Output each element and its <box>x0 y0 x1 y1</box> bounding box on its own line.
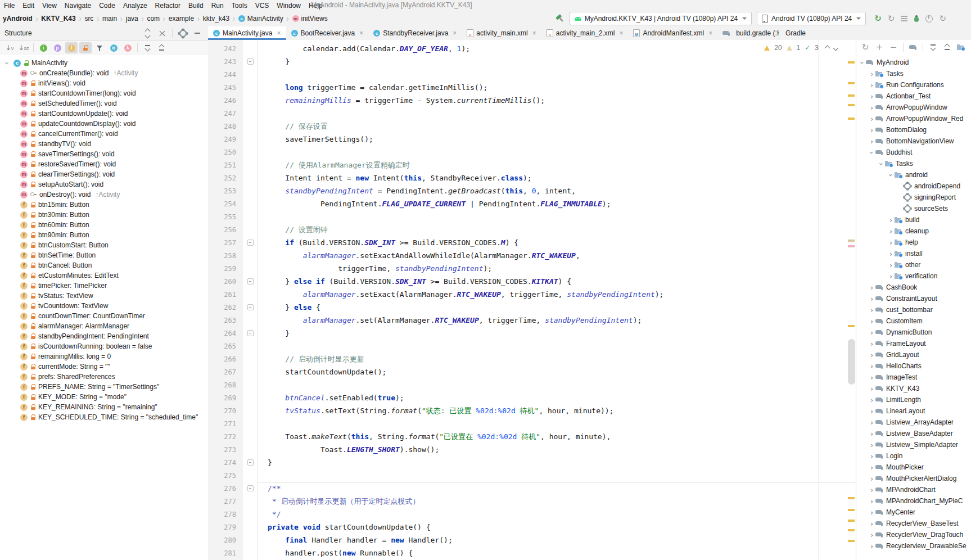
autoscroll-from-source-icon[interactable] <box>155 42 168 53</box>
chevron-collapsed-icon[interactable]: › <box>868 430 875 438</box>
menu-tools[interactable]: Tools <box>228 2 251 10</box>
tab-standbyreceiver-java[interactable]: cStandbyReceiver.java× <box>368 26 462 40</box>
error-stripe-scrollbar[interactable] <box>847 40 856 560</box>
next-problem-icon[interactable] <box>833 45 839 51</box>
gradle-item[interactable]: ›Recyclerview_DrawableSe <box>856 540 971 552</box>
structure-item[interactable]: fbtn90min: Button <box>0 230 208 240</box>
gradle-item[interactable]: ›ArrowPopupWindow <box>856 102 971 113</box>
structure-item[interactable]: fremainingMillis: long = 0 <box>0 351 208 362</box>
code-content[interactable]: // 保存设置 <box>258 120 328 133</box>
code-content[interactable]: } else { <box>258 301 320 314</box>
menu-refactor[interactable]: Refactor <box>151 2 184 10</box>
prev-problem-icon[interactable] <box>825 45 830 51</box>
structure-item[interactable]: fprefs: SharedPreferences <box>0 372 208 382</box>
show-lambdas-icon[interactable]: λ <box>121 42 134 53</box>
gradle-item[interactable]: androidDepend <box>856 180 971 192</box>
gradle-item[interactable]: ›android <box>856 169 971 180</box>
code-content[interactable]: } <box>258 456 272 469</box>
chevron-collapsed-icon[interactable]: › <box>868 115 875 123</box>
gradle-item[interactable]: ›BottomNavigationView <box>856 136 971 147</box>
chevron-collapsed-icon[interactable]: › <box>868 508 875 517</box>
breadcrumb-item-kktv_k43[interactable]: KKTV_K43 <box>40 15 76 22</box>
code-content[interactable]: Intent intent = new Intent(this, Standby… <box>258 171 532 184</box>
gradle-item[interactable]: ›Tasks <box>856 68 971 79</box>
sort-alphabetically-icon[interactable]: ↓az <box>17 42 30 53</box>
breadcrumb-item-main[interactable]: main <box>101 15 118 22</box>
show-non-public-icon[interactable] <box>79 42 92 53</box>
chevron-collapsed-icon[interactable]: › <box>868 70 875 78</box>
gradle-item[interactable]: ›BottomDialog <box>856 124 971 136</box>
gradle-elephant-icon[interactable] <box>907 42 919 53</box>
code-content[interactable]: triggerTime, standbyPendingIntent); <box>258 262 492 275</box>
tab-activity-main-2-xml[interactable]: activity_main_2.xml× <box>541 26 629 40</box>
gradle-item[interactable]: ›ConstraintLayout <box>856 293 971 304</box>
menu-build[interactable]: Build <box>184 2 207 10</box>
gradle-item[interactable]: ›Actionbar_Test <box>856 91 971 102</box>
close-tab-icon[interactable]: × <box>277 29 281 37</box>
tab-build-gradle-kktv-[interactable]: build.gradle (:KKTV_∨ <box>717 26 779 40</box>
collapse-all-icon[interactable] <box>941 42 953 53</box>
fold-marker-icon[interactable] <box>247 278 254 284</box>
gradle-item[interactable]: ›verification <box>856 270 971 282</box>
tab-androidmanifest-xml[interactable]: AndroidManifest.xml× <box>628 26 717 40</box>
collapse-all-icon[interactable] <box>156 28 168 39</box>
gradle-item[interactable]: ›MPAndroidChart <box>856 484 971 495</box>
gradle-item[interactable]: ›Listview_BaseAdapter <box>856 428 971 439</box>
gradle-item[interactable]: ›help <box>856 237 971 248</box>
chevron-expanded-icon[interactable]: › <box>858 59 866 66</box>
structure-item[interactable]: fPREFS_NAME: String = "TimerSettings" <box>0 382 208 392</box>
fold-marker-icon[interactable] <box>247 240 254 246</box>
gradle-item[interactable]: ›LinearLayout <box>856 405 971 417</box>
rerun-dropdown-icon[interactable]: ↻ <box>939 13 947 24</box>
gradle-item[interactable]: ›MyCenter <box>856 507 971 518</box>
breadcrumb-item-com[interactable]: com <box>146 15 161 22</box>
structure-item[interactable]: fisCountdownRunning: boolean = false <box>0 341 208 351</box>
code-content[interactable]: calendar.add(Calendar.DAY_OF_YEAR, 1); <box>258 42 470 55</box>
gradle-item[interactable]: ›cust_bottombar <box>856 304 971 315</box>
chevron-collapsed-icon[interactable]: › <box>868 362 875 371</box>
build-hammer-icon[interactable] <box>553 12 566 25</box>
close-tab-icon[interactable]: × <box>708 29 712 37</box>
code-content[interactable]: /** <box>258 482 281 495</box>
structure-item[interactable]: mstartCountdownUpdate(): void <box>0 109 208 119</box>
menu-analyze[interactable]: Analyze <box>119 2 151 10</box>
gradle-item[interactable]: ›Listview_ArrayAdapter <box>856 417 971 428</box>
close-tab-icon[interactable]: × <box>619 29 623 37</box>
chevron-collapsed-icon[interactable]: › <box>887 261 895 269</box>
structure-item[interactable]: fbtn30min: Button <box>0 210 208 220</box>
chevron-collapsed-icon[interactable]: › <box>887 250 895 258</box>
breadcrumb-item-mainactivity[interactable]: cMainActivity <box>237 15 284 22</box>
gradle-item[interactable]: ›RecyclerView_BaseTest <box>856 518 971 529</box>
gradle-item[interactable]: ›LimitLength <box>856 394 971 405</box>
chevron-collapsed-icon[interactable]: › <box>868 137 875 146</box>
structure-item[interactable]: ftvStatus: TextView <box>0 291 208 301</box>
gradle-item[interactable]: ›DynamicButton <box>856 327 971 338</box>
fold-marker-icon[interactable] <box>247 485 254 491</box>
structure-item[interactable]: minitViews(): void <box>0 78 208 88</box>
code-content[interactable]: Toast.makeText(this, String.format("已设置在… <box>258 430 611 443</box>
tab-mainactivity-java[interactable]: cMainActivity.java× <box>208 26 286 40</box>
code-editor[interactable]: 242 calendar.add(Calendar.DAY_OF_YEAR, 1… <box>208 40 856 560</box>
fold-marker-icon[interactable] <box>247 330 254 336</box>
menu-window[interactable]: Window <box>273 2 305 10</box>
close-tab-icon[interactable]: × <box>532 29 536 37</box>
show-fields-icon[interactable]: f <box>65 42 78 53</box>
close-tab-icon[interactable]: × <box>453 29 457 37</box>
structure-item[interactable]: monCreate(Bundle): void↑Activity <box>0 68 208 78</box>
device-select[interactable]: Android TV (1080p) API 24 <box>757 12 866 25</box>
gradle-item[interactable]: ›Buddhist <box>856 147 971 158</box>
structure-item[interactable]: mcancelCurrentTimer(): void <box>0 129 208 139</box>
code-content[interactable]: } else if (Build.VERSION.SDK_INT >= Buil… <box>258 275 571 288</box>
tab-activity-main-xml[interactable]: activity_main.xml× <box>462 26 541 40</box>
gradle-item[interactable]: ›install <box>856 248 971 259</box>
show-visibility-icon[interactable]: o <box>107 42 120 53</box>
structure-item[interactable]: mclearTimerSettings(): void <box>0 169 208 179</box>
rerun-icon[interactable]: ↻ <box>874 13 882 24</box>
chevron-collapsed-icon[interactable]: › <box>868 317 875 326</box>
code-content[interactable]: if (Build.VERSION.SDK_INT >= Build.VERSI… <box>258 236 518 249</box>
chevron-collapsed-icon[interactable]: › <box>868 373 875 382</box>
profile-icon[interactable] <box>925 15 933 22</box>
inspections-widget[interactable]: 20 1 ✓ 3 <box>764 44 838 52</box>
structure-item[interactable]: mstandbyTV(): void <box>0 139 208 149</box>
chevron-collapsed-icon[interactable]: › <box>868 396 875 404</box>
